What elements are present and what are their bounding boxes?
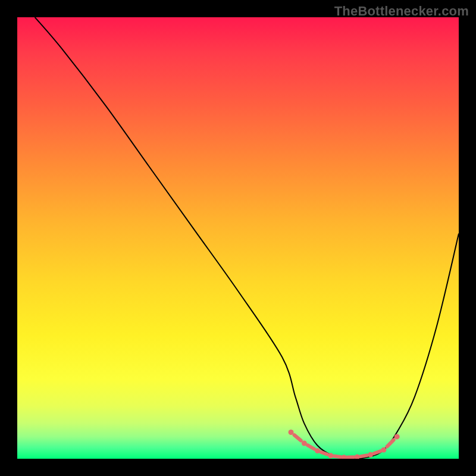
optimal-marker-dash	[361, 455, 367, 456]
chart-container: TheBottlenecker.com	[0, 0, 476, 476]
optimal-marker-dash	[334, 456, 340, 457]
optimal-marker-dot	[394, 434, 400, 439]
bottleneck-curve-path	[35, 17, 459, 459]
plot-area	[17, 17, 459, 459]
optimal-marker-dash	[374, 451, 380, 453]
bottleneck-curve	[35, 17, 459, 459]
optimal-marker-dot	[381, 447, 386, 453]
optimal-marker-dash	[387, 440, 393, 446]
curve-layer	[17, 17, 459, 459]
optimal-marker-dash	[321, 452, 327, 455]
optimal-marker-dash	[308, 445, 314, 449]
optimal-marker	[289, 430, 400, 459]
optimal-marker-dash	[295, 435, 301, 440]
